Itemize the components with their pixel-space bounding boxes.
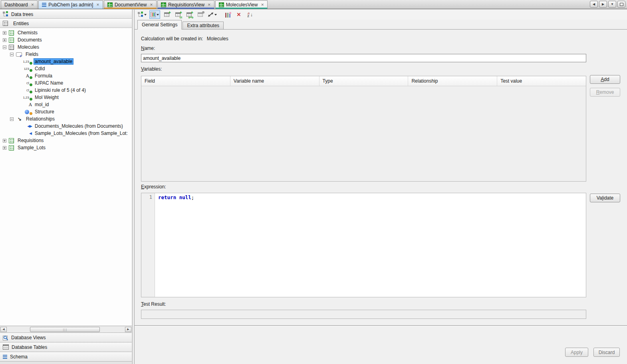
column-header-relationship[interactable]: Relationship <box>408 76 497 86</box>
horizontal-scrollbar[interactable]: ◀ ▶ <box>0 326 132 332</box>
tree-item-cdid[interactable]: CdId <box>0 65 132 72</box>
tab-general-settings[interactable]: General Settings <box>137 20 182 30</box>
data-trees-panel-header[interactable]: Data trees <box>0 10 132 19</box>
schema-panel-header[interactable]: Schema <box>0 352 132 361</box>
expand-toggle-icon[interactable] <box>3 38 6 42</box>
tree-item-chemists[interactable]: Chemists <box>0 29 132 36</box>
tree-item-mol-weight[interactable]: Mol Weight <box>0 94 132 101</box>
tree-item-fields[interactable]: Fields <box>0 51 132 58</box>
tree-item-iupac-name[interactable]: IUPAC Name <box>0 79 132 87</box>
scroll-tabs-right-button[interactable]: ▶ <box>599 1 607 8</box>
tree-item-lipinski[interactable]: Lipinski rule of 5 (4 of 4) <box>0 87 132 94</box>
validate-button[interactable]: Validate <box>590 194 620 202</box>
new-chemical-entity-button[interactable]: + <box>173 10 183 19</box>
scrollbar-track[interactable] <box>7 327 125 332</box>
apply-button[interactable]: Apply <box>565 348 588 357</box>
relationship-both-icon <box>22 124 32 128</box>
relationship-arrow-icon <box>208 12 214 17</box>
tree-item-mol-id[interactable]: mol_id <box>0 101 132 108</box>
window-tab-requisitionsview[interactable]: RequisitionsView ✕ <box>157 0 214 9</box>
column-header-type[interactable]: Type <box>319 76 409 86</box>
main-panel: + + + ✕ General Settings <box>134 10 627 364</box>
collapse-toggle-icon[interactable] <box>10 53 14 56</box>
database-tables-panel-header[interactable]: Database Tables <box>0 342 132 352</box>
plus-icon: + <box>191 10 193 14</box>
collapse-toggle-icon[interactable] <box>3 46 6 49</box>
variables-table[interactable]: Field Variable name Type Relationship Te… <box>141 76 586 182</box>
created-in-row: Calculation will be created in: Molecule… <box>141 36 228 42</box>
panel-header-label: Database Views <box>11 335 46 340</box>
name-input[interactable] <box>141 54 586 62</box>
close-icon[interactable]: ✕ <box>208 3 211 7</box>
expression-editor[interactable]: 1 return null; <box>141 193 586 297</box>
entities-panel-header[interactable]: Entities <box>0 19 132 28</box>
tab-label: Extra attributes <box>187 23 219 28</box>
tree-item-formula[interactable]: Formula <box>0 72 132 79</box>
expand-toggle-icon[interactable] <box>3 146 6 150</box>
columns-icon <box>225 12 230 18</box>
tab-list-dropdown-button[interactable]: ▼ <box>608 1 616 8</box>
database-views-icon <box>3 335 8 340</box>
chemical-terms-field-icon <box>22 88 32 92</box>
window-tab-moleculesview[interactable]: MoleculesView ✕ <box>215 0 268 9</box>
panel-header-label: Entities <box>13 21 29 26</box>
decimal-field-icon <box>22 60 32 63</box>
tree-item-sample-lots[interactable]: Sample_Lots <box>0 144 132 151</box>
entity-detail-button[interactable] <box>195 10 205 19</box>
tree-item-requisitions[interactable]: Requisitions <box>0 137 132 144</box>
scroll-right-arrow[interactable]: ▶ <box>125 327 131 332</box>
collapse-toggle-icon[interactable] <box>10 117 14 121</box>
database-views-panel-header[interactable]: Database Views <box>0 332 132 342</box>
new-relationship-button[interactable] <box>206 10 218 19</box>
general-settings-form: Calculation will be created in: Molecule… <box>135 30 627 364</box>
restore-icon <box>620 3 623 6</box>
column-header-test-value[interactable]: Test value <box>497 76 586 86</box>
entity-table-icon <box>9 30 14 36</box>
created-in-value: Molecules <box>207 36 228 42</box>
new-entity-button[interactable]: + <box>162 10 171 19</box>
delete-button[interactable]: ✕ <box>234 10 244 19</box>
window-tab-label: RequisitionsView <box>168 2 204 8</box>
tree-item-documents-molecules[interactable]: Documents_Molecules (from Documents) <box>0 123 132 130</box>
code-token <box>176 194 179 200</box>
expand-toggle-icon[interactable] <box>3 139 6 142</box>
close-icon[interactable]: ✕ <box>31 3 34 7</box>
new-calculated-entity-button[interactable]: + <box>184 10 194 19</box>
chemical-terms-field-icon <box>22 81 32 85</box>
tree-item-sample-lots-molecules[interactable]: Sample_Lots_Molecules (from Sample_Lot: <box>0 130 132 137</box>
add-button[interactable]: Add <box>590 75 620 84</box>
tree-item-label: Sample_Lots <box>16 144 47 151</box>
close-icon[interactable]: ✕ <box>261 3 264 7</box>
sort-az-icon <box>247 12 249 18</box>
tab-underline <box>158 8 214 9</box>
window-tab-documentview[interactable]: DocumentView ✕ <box>104 0 157 9</box>
window-tab-pubchem[interactable]: PubChem [as admin] ✕ <box>38 0 103 9</box>
chemical-terms-badge-icon <box>180 16 182 19</box>
column-header-field[interactable]: Field <box>141 76 230 86</box>
entities-grid-view-button[interactable] <box>149 10 160 19</box>
entity-table-icon <box>9 38 14 43</box>
sort-button[interactable] <box>245 10 255 19</box>
column-header-variable-name[interactable]: Variable name <box>230 76 319 86</box>
tree-item-molecules[interactable]: Molecules <box>0 44 132 51</box>
close-icon[interactable]: ✕ <box>150 3 153 7</box>
field-columns-button[interactable] <box>223 10 232 19</box>
code-token: null <box>179 194 191 200</box>
tree-item-documents[interactable]: Documents <box>0 36 132 44</box>
scrollbar-thumb[interactable] <box>30 327 100 332</box>
settings-tab-bar: General Settings Extra attributes <box>135 20 627 30</box>
maximize-restore-button[interactable] <box>617 1 625 8</box>
gray-dot-icon <box>202 11 204 14</box>
window-tab-dashboard[interactable]: Dashboard ✕ <box>1 0 38 9</box>
close-icon[interactable]: ✕ <box>96 3 99 7</box>
scroll-tabs-left-button[interactable]: ◀ <box>590 1 598 8</box>
tree-item-relationships[interactable]: Relationships <box>0 115 132 123</box>
tree-item-amount-available[interactable]: amount_available <box>0 58 132 65</box>
expand-toggle-icon[interactable] <box>3 31 6 35</box>
scroll-left-arrow[interactable]: ◀ <box>0 327 7 332</box>
discard-button[interactable]: Discard <box>593 348 620 357</box>
tree-item-structure[interactable]: Structure <box>0 108 132 115</box>
data-tree-dropdown-button[interactable] <box>137 10 148 19</box>
editor-code-area[interactable]: return null; <box>155 193 586 297</box>
tab-extra-attributes[interactable]: Extra attributes <box>183 22 224 30</box>
